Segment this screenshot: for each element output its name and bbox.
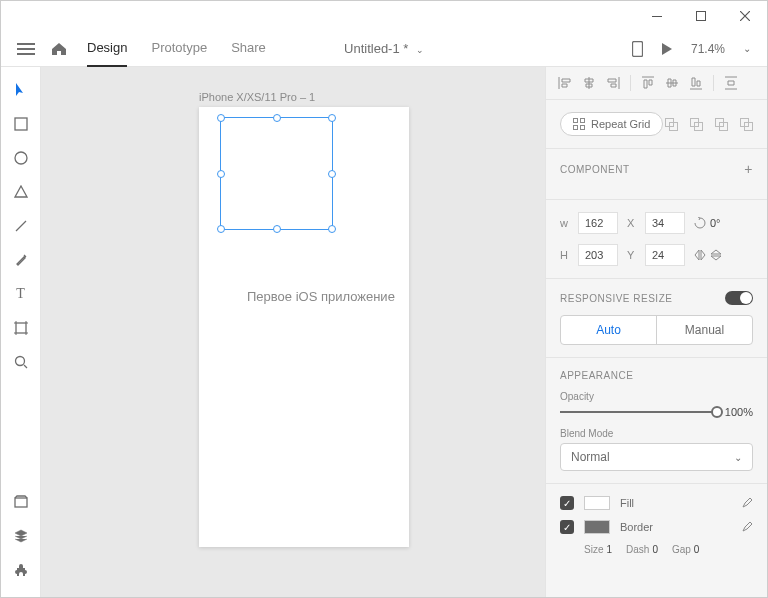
opacity-value: 100%	[725, 406, 753, 418]
maximize-button[interactable]	[679, 1, 723, 31]
x-input[interactable]	[645, 212, 685, 234]
boolean-subtract-icon[interactable]	[690, 118, 703, 131]
canvas-text[interactable]: Первое iOS приложение	[247, 289, 395, 304]
svg-rect-2	[632, 41, 642, 56]
rotation-control[interactable]: 0°	[694, 212, 753, 234]
zoom-level[interactable]: 71.4%	[691, 42, 725, 56]
left-toolbar: T	[1, 67, 41, 597]
svg-rect-11	[581, 126, 585, 130]
mode-tabs: Design Prototype Share	[87, 35, 266, 62]
component-section: COMPONENT +	[546, 149, 767, 200]
responsive-toggle[interactable]	[725, 291, 753, 305]
property-panel: Repeat Grid COMPONENT + w X 0° H Y	[545, 67, 767, 597]
hamburger-menu-icon[interactable]	[17, 43, 35, 55]
chevron-down-icon[interactable]: ⌄	[743, 43, 751, 54]
svg-rect-1	[697, 12, 706, 21]
opacity-slider[interactable]: 100%	[560, 406, 753, 418]
play-icon[interactable]	[661, 42, 673, 56]
boolean-intersect-icon[interactable]	[715, 118, 728, 131]
boolean-add-icon[interactable]	[665, 118, 678, 131]
pen-tool[interactable]	[5, 245, 37, 275]
border-params: Size1 Dash0 Gap0	[560, 544, 753, 555]
flip-vertical-icon[interactable]	[710, 249, 722, 261]
svg-rect-3	[15, 118, 27, 130]
border-checkbox[interactable]: ✓	[560, 520, 574, 534]
eyedropper-icon[interactable]	[741, 497, 753, 509]
fill-swatch[interactable]	[584, 496, 610, 510]
zoom-tool[interactable]	[5, 347, 37, 377]
select-tool[interactable]	[5, 75, 37, 105]
responsive-section: RESPONSIVE RESIZE Auto Manual	[546, 279, 767, 358]
window-titlebar	[1, 1, 767, 31]
flip-horizontal-icon[interactable]	[694, 249, 706, 261]
fill-border-section: ✓ Fill ✓ Border Size1 Dash0 Gap0	[546, 484, 767, 567]
boolean-exclude-icon[interactable]	[740, 118, 753, 131]
border-swatch[interactable]	[584, 520, 610, 534]
responsive-manual[interactable]: Manual	[657, 316, 752, 344]
grid-icon	[573, 118, 585, 130]
svg-rect-0	[652, 16, 662, 17]
tab-prototype[interactable]: Prototype	[151, 40, 207, 67]
polygon-tool[interactable]	[5, 177, 37, 207]
layers-icon[interactable]	[5, 521, 37, 551]
mobile-preview-icon[interactable]	[632, 41, 643, 57]
tab-design[interactable]: Design	[87, 40, 127, 67]
fill-checkbox[interactable]: ✓	[560, 496, 574, 510]
y-input[interactable]	[645, 244, 685, 266]
artboard-label[interactable]: iPhone X/XS/11 Pro – 1	[199, 91, 315, 103]
tab-share[interactable]: Share	[231, 40, 266, 67]
svg-rect-5	[16, 323, 26, 333]
responsive-mode: Auto Manual	[560, 315, 753, 345]
eyedropper-icon[interactable]	[741, 521, 753, 533]
width-input[interactable]	[578, 212, 618, 234]
close-button[interactable]	[723, 1, 767, 31]
svg-rect-7	[15, 498, 27, 507]
height-input[interactable]	[578, 244, 618, 266]
top-nav: Design Prototype Share Untitled-1 * ⌄ 71…	[1, 31, 767, 67]
assets-icon[interactable]	[5, 487, 37, 517]
distribute-icon[interactable]	[724, 76, 738, 90]
svg-point-4	[15, 152, 27, 164]
align-middle-icon[interactable]	[665, 76, 679, 90]
document-title[interactable]: Untitled-1 * ⌄	[344, 41, 424, 56]
responsive-auto[interactable]: Auto	[561, 316, 657, 344]
opacity-label: Opacity	[560, 391, 753, 402]
ellipse-tool[interactable]	[5, 143, 37, 173]
add-component-icon[interactable]: +	[744, 161, 753, 177]
component-header: COMPONENT	[560, 164, 630, 175]
border-label: Border	[620, 521, 653, 533]
align-bottom-icon[interactable]	[689, 76, 703, 90]
canvas[interactable]: iPhone X/XS/11 Pro – 1 Первое iOS прилож…	[41, 67, 545, 597]
selected-rectangle[interactable]	[220, 117, 333, 230]
align-row	[546, 67, 767, 100]
rectangle-tool[interactable]	[5, 109, 37, 139]
home-icon[interactable]	[51, 42, 67, 56]
align-center-h-icon[interactable]	[582, 76, 596, 90]
svg-rect-8	[574, 119, 578, 123]
align-left-icon[interactable]	[558, 76, 572, 90]
line-tool[interactable]	[5, 211, 37, 241]
transform-section: w X 0° H Y	[546, 200, 767, 279]
svg-rect-9	[581, 119, 585, 123]
fill-label: Fill	[620, 497, 634, 509]
appearance-section: APPEARANCE Opacity 100% Blend Mode Norma…	[546, 358, 767, 484]
svg-rect-10	[574, 126, 578, 130]
chevron-down-icon: ⌄	[416, 45, 424, 55]
chevron-down-icon: ⌄	[734, 452, 742, 463]
blend-label: Blend Mode	[560, 428, 753, 439]
svg-point-6	[15, 357, 24, 366]
minimize-button[interactable]	[635, 1, 679, 31]
text-tool[interactable]: T	[5, 279, 37, 309]
align-right-icon[interactable]	[606, 76, 620, 90]
artboard-tool[interactable]	[5, 313, 37, 343]
plugins-icon[interactable]	[5, 555, 37, 585]
blend-mode-select[interactable]: Normal ⌄	[560, 443, 753, 471]
repeat-grid-button[interactable]: Repeat Grid	[560, 112, 663, 136]
align-top-icon[interactable]	[641, 76, 655, 90]
repeat-grid-section: Repeat Grid	[546, 100, 767, 149]
